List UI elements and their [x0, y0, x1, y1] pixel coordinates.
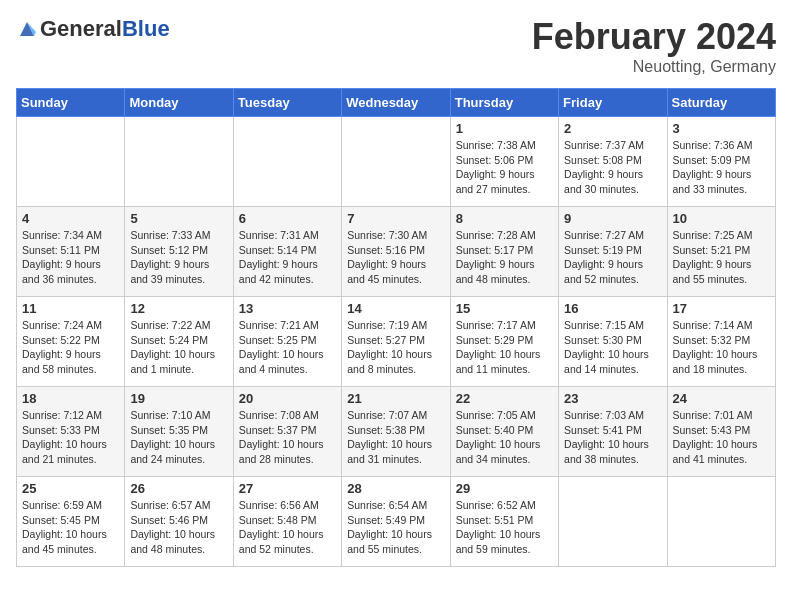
weekday-header-wednesday: Wednesday	[342, 89, 450, 117]
weekday-header-friday: Friday	[559, 89, 667, 117]
weekday-header-saturday: Saturday	[667, 89, 775, 117]
day-info: Sunrise: 7:03 AMSunset: 5:41 PMDaylight:…	[564, 408, 661, 467]
day-number: 28	[347, 481, 444, 496]
calendar-cell: 20Sunrise: 7:08 AMSunset: 5:37 PMDayligh…	[233, 387, 341, 477]
day-number: 8	[456, 211, 553, 226]
day-number: 5	[130, 211, 227, 226]
calendar-cell: 16Sunrise: 7:15 AMSunset: 5:30 PMDayligh…	[559, 297, 667, 387]
day-info: Sunrise: 7:14 AMSunset: 5:32 PMDaylight:…	[673, 318, 770, 377]
calendar-cell: 17Sunrise: 7:14 AMSunset: 5:32 PMDayligh…	[667, 297, 775, 387]
calendar-table: SundayMondayTuesdayWednesdayThursdayFrid…	[16, 88, 776, 567]
day-info: Sunrise: 7:22 AMSunset: 5:24 PMDaylight:…	[130, 318, 227, 377]
day-number: 13	[239, 301, 336, 316]
day-info: Sunrise: 7:36 AMSunset: 5:09 PMDaylight:…	[673, 138, 770, 197]
calendar-cell: 8Sunrise: 7:28 AMSunset: 5:17 PMDaylight…	[450, 207, 558, 297]
calendar-cell: 2Sunrise: 7:37 AMSunset: 5:08 PMDaylight…	[559, 117, 667, 207]
month-title: February 2024	[532, 16, 776, 58]
day-number: 6	[239, 211, 336, 226]
logo: GeneralBlue	[16, 16, 170, 42]
day-info: Sunrise: 7:15 AMSunset: 5:30 PMDaylight:…	[564, 318, 661, 377]
calendar-cell: 4Sunrise: 7:34 AMSunset: 5:11 PMDaylight…	[17, 207, 125, 297]
day-number: 14	[347, 301, 444, 316]
calendar-cell: 9Sunrise: 7:27 AMSunset: 5:19 PMDaylight…	[559, 207, 667, 297]
page-header: GeneralBlue February 2024 Neuotting, Ger…	[16, 16, 776, 76]
day-number: 17	[673, 301, 770, 316]
day-info: Sunrise: 6:57 AMSunset: 5:46 PMDaylight:…	[130, 498, 227, 557]
day-info: Sunrise: 7:21 AMSunset: 5:25 PMDaylight:…	[239, 318, 336, 377]
day-info: Sunrise: 7:08 AMSunset: 5:37 PMDaylight:…	[239, 408, 336, 467]
day-info: Sunrise: 6:56 AMSunset: 5:48 PMDaylight:…	[239, 498, 336, 557]
day-info: Sunrise: 7:01 AMSunset: 5:43 PMDaylight:…	[673, 408, 770, 467]
calendar-cell: 3Sunrise: 7:36 AMSunset: 5:09 PMDaylight…	[667, 117, 775, 207]
day-info: Sunrise: 7:07 AMSunset: 5:38 PMDaylight:…	[347, 408, 444, 467]
weekday-header-tuesday: Tuesday	[233, 89, 341, 117]
day-number: 16	[564, 301, 661, 316]
calendar-cell: 24Sunrise: 7:01 AMSunset: 5:43 PMDayligh…	[667, 387, 775, 477]
day-info: Sunrise: 7:17 AMSunset: 5:29 PMDaylight:…	[456, 318, 553, 377]
day-info: Sunrise: 7:25 AMSunset: 5:21 PMDaylight:…	[673, 228, 770, 287]
day-info: Sunrise: 6:59 AMSunset: 5:45 PMDaylight:…	[22, 498, 119, 557]
day-number: 2	[564, 121, 661, 136]
day-info: Sunrise: 6:54 AMSunset: 5:49 PMDaylight:…	[347, 498, 444, 557]
calendar-cell: 22Sunrise: 7:05 AMSunset: 5:40 PMDayligh…	[450, 387, 558, 477]
calendar-cell: 1Sunrise: 7:38 AMSunset: 5:06 PMDaylight…	[450, 117, 558, 207]
location-title: Neuotting, Germany	[532, 58, 776, 76]
day-info: Sunrise: 7:37 AMSunset: 5:08 PMDaylight:…	[564, 138, 661, 197]
calendar-cell: 27Sunrise: 6:56 AMSunset: 5:48 PMDayligh…	[233, 477, 341, 567]
day-number: 23	[564, 391, 661, 406]
calendar-cell: 13Sunrise: 7:21 AMSunset: 5:25 PMDayligh…	[233, 297, 341, 387]
day-number: 7	[347, 211, 444, 226]
day-number: 4	[22, 211, 119, 226]
calendar-cell: 6Sunrise: 7:31 AMSunset: 5:14 PMDaylight…	[233, 207, 341, 297]
calendar-cell	[667, 477, 775, 567]
day-number: 3	[673, 121, 770, 136]
day-number: 25	[22, 481, 119, 496]
calendar-cell	[125, 117, 233, 207]
calendar-cell: 28Sunrise: 6:54 AMSunset: 5:49 PMDayligh…	[342, 477, 450, 567]
calendar-cell: 26Sunrise: 6:57 AMSunset: 5:46 PMDayligh…	[125, 477, 233, 567]
title-area: February 2024 Neuotting, Germany	[532, 16, 776, 76]
logo-general: General	[40, 16, 122, 42]
calendar-cell: 18Sunrise: 7:12 AMSunset: 5:33 PMDayligh…	[17, 387, 125, 477]
weekday-header-monday: Monday	[125, 89, 233, 117]
calendar-cell: 11Sunrise: 7:24 AMSunset: 5:22 PMDayligh…	[17, 297, 125, 387]
day-info: Sunrise: 7:24 AMSunset: 5:22 PMDaylight:…	[22, 318, 119, 377]
calendar-cell: 19Sunrise: 7:10 AMSunset: 5:35 PMDayligh…	[125, 387, 233, 477]
day-number: 22	[456, 391, 553, 406]
day-number: 15	[456, 301, 553, 316]
day-info: Sunrise: 7:12 AMSunset: 5:33 PMDaylight:…	[22, 408, 119, 467]
day-number: 29	[456, 481, 553, 496]
calendar-cell: 29Sunrise: 6:52 AMSunset: 5:51 PMDayligh…	[450, 477, 558, 567]
weekday-header-sunday: Sunday	[17, 89, 125, 117]
logo-icon	[16, 18, 38, 40]
day-info: Sunrise: 6:52 AMSunset: 5:51 PMDaylight:…	[456, 498, 553, 557]
calendar-cell	[559, 477, 667, 567]
day-number: 21	[347, 391, 444, 406]
calendar-cell: 10Sunrise: 7:25 AMSunset: 5:21 PMDayligh…	[667, 207, 775, 297]
day-number: 9	[564, 211, 661, 226]
day-number: 27	[239, 481, 336, 496]
day-info: Sunrise: 7:28 AMSunset: 5:17 PMDaylight:…	[456, 228, 553, 287]
day-number: 20	[239, 391, 336, 406]
calendar-cell: 21Sunrise: 7:07 AMSunset: 5:38 PMDayligh…	[342, 387, 450, 477]
day-number: 11	[22, 301, 119, 316]
calendar-cell: 7Sunrise: 7:30 AMSunset: 5:16 PMDaylight…	[342, 207, 450, 297]
day-number: 1	[456, 121, 553, 136]
day-number: 18	[22, 391, 119, 406]
calendar-cell: 15Sunrise: 7:17 AMSunset: 5:29 PMDayligh…	[450, 297, 558, 387]
day-number: 10	[673, 211, 770, 226]
calendar-cell: 14Sunrise: 7:19 AMSunset: 5:27 PMDayligh…	[342, 297, 450, 387]
day-info: Sunrise: 7:10 AMSunset: 5:35 PMDaylight:…	[130, 408, 227, 467]
weekday-header-thursday: Thursday	[450, 89, 558, 117]
day-number: 12	[130, 301, 227, 316]
day-number: 26	[130, 481, 227, 496]
day-number: 19	[130, 391, 227, 406]
day-info: Sunrise: 7:34 AMSunset: 5:11 PMDaylight:…	[22, 228, 119, 287]
day-info: Sunrise: 7:05 AMSunset: 5:40 PMDaylight:…	[456, 408, 553, 467]
calendar-cell: 25Sunrise: 6:59 AMSunset: 5:45 PMDayligh…	[17, 477, 125, 567]
calendar-cell	[17, 117, 125, 207]
day-info: Sunrise: 7:19 AMSunset: 5:27 PMDaylight:…	[347, 318, 444, 377]
calendar-cell: 12Sunrise: 7:22 AMSunset: 5:24 PMDayligh…	[125, 297, 233, 387]
day-info: Sunrise: 7:30 AMSunset: 5:16 PMDaylight:…	[347, 228, 444, 287]
day-number: 24	[673, 391, 770, 406]
